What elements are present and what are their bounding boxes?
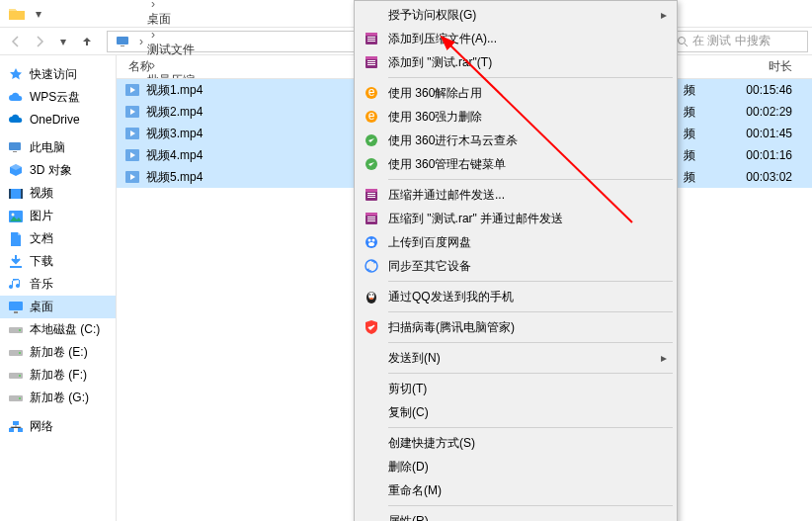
nav-forward-button[interactable] — [28, 30, 51, 53]
sidebar-item[interactable]: 新加卷 (G:) — [0, 387, 116, 409]
sidebar-item[interactable]: 本地磁盘 (C:) — [0, 318, 116, 341]
context-menu-item[interactable]: 添加到压缩文件(A)... — [357, 27, 675, 50]
nav-up-button[interactable] — [75, 30, 99, 53]
nav-recent-button[interactable]: ▾ — [51, 30, 75, 53]
sidebar-item-label: 本地磁盘 (C:) — [30, 321, 100, 338]
cloud-icon — [8, 90, 24, 106]
video-icon — [8, 186, 24, 202]
search-input[interactable]: 在 测试 中搜索 — [670, 31, 808, 52]
menu-separator — [388, 373, 673, 374]
pc-icon — [116, 35, 129, 48]
network-icon — [8, 419, 24, 435]
svg-text:e: e — [368, 85, 375, 99]
file-type-suffix: 频 — [684, 82, 723, 99]
svg-rect-51 — [365, 213, 377, 216]
svg-point-14 — [19, 329, 21, 331]
chevron-right-icon: ▸ — [661, 8, 667, 22]
music-icon — [8, 277, 24, 293]
context-menu-item[interactable]: 发送到(N)▸ — [357, 346, 675, 370]
sidebar-item[interactable]: OneDrive — [0, 109, 116, 130]
menu-item-label: 属性(R) — [388, 513, 429, 522]
column-header-duration[interactable]: 时长 — [723, 58, 812, 75]
360-icon: e — [363, 108, 380, 126]
menu-item-label: 复制(C) — [388, 404, 429, 421]
menu-item-label: 同步至其它设备 — [388, 258, 471, 275]
context-menu: 授予访问权限(G)▸添加到压缩文件(A)...添加到 "测试.rar"(T)e使… — [354, 0, 678, 521]
sidebar-item[interactable]: WPS云盘 — [0, 86, 116, 109]
svg-point-9 — [12, 213, 15, 216]
sidebar-item[interactable]: 新加卷 (F:) — [0, 364, 116, 387]
svg-rect-4 — [13, 151, 17, 152]
menu-separator — [388, 179, 673, 180]
context-menu-item[interactable]: 压缩到 "测试.rar" 并通过邮件发送 — [357, 207, 675, 230]
context-menu-item[interactable]: 剪切(T) — [357, 377, 675, 400]
svg-point-63 — [372, 294, 374, 296]
menu-separator — [388, 342, 673, 343]
context-menu-item[interactable]: 压缩并通过邮件发送... — [357, 183, 675, 207]
menu-item-label: 重命名(M) — [388, 482, 442, 499]
menu-item-label: 压缩到 "测试.rar" 并通过邮件发送 — [388, 211, 563, 227]
context-menu-item[interactable]: 使用 360进行木马云查杀 — [357, 129, 675, 152]
folder-icon — [8, 5, 26, 23]
svg-rect-47 — [367, 193, 375, 194]
menu-item-label: 使用 360管理右键菜单 — [388, 156, 506, 173]
svg-rect-0 — [117, 37, 128, 44]
svg-rect-37 — [367, 62, 375, 63]
svg-rect-36 — [367, 60, 375, 61]
context-menu-item[interactable]: 授予访问权限(G)▸ — [357, 3, 675, 27]
sidebar-item[interactable]: 视频 — [0, 182, 116, 205]
context-menu-item[interactable]: 扫描病毒(腾讯电脑管家) — [357, 315, 675, 339]
sidebar-item-label: OneDrive — [30, 113, 80, 127]
sidebar-item-label: 桌面 — [30, 299, 53, 315]
titlebar-overflow-icon[interactable]: ▾ — [36, 7, 41, 21]
context-menu-item[interactable]: 创建快捷方式(S) — [357, 431, 675, 455]
svg-rect-11 — [9, 302, 23, 310]
breadcrumb-segment[interactable]: 桌面 — [147, 11, 195, 28]
context-menu-item[interactable]: 删除(D) — [357, 455, 675, 478]
context-menu-item[interactable]: 添加到 "测试.rar"(T) — [357, 50, 675, 74]
context-menu-item[interactable]: 通过QQ发送到我的手机 — [357, 285, 675, 308]
context-menu-item[interactable]: e使用 360解除占用 — [357, 81, 675, 105]
svg-rect-48 — [367, 195, 375, 196]
context-menu-item[interactable]: 上传到百度网盘 — [357, 230, 675, 254]
sidebar-item[interactable]: 网络 — [0, 415, 116, 438]
sidebar-item[interactable]: 3D 对象 — [0, 159, 116, 182]
drive-icon — [8, 322, 24, 338]
sidebar-item[interactable]: 下载 — [0, 250, 116, 273]
sidebar-item[interactable]: 音乐 — [0, 273, 116, 296]
sidebar-item-label: 新加卷 (E:) — [30, 344, 88, 361]
shield-icon — [363, 318, 380, 336]
sidebar-item[interactable]: 此电脑 — [0, 136, 116, 159]
qq-icon — [363, 288, 380, 305]
sidebar-item-label: 图片 — [30, 208, 53, 224]
context-menu-item[interactable]: 同步至其它设备 — [357, 254, 675, 278]
video-file-icon — [124, 104, 140, 120]
svg-point-56 — [368, 239, 371, 242]
sidebar-item[interactable]: 新加卷 (E:) — [0, 341, 116, 364]
sidebar-item[interactable]: 桌面 — [0, 296, 116, 318]
drive-icon — [8, 368, 24, 384]
file-duration: 00:03:02 — [723, 170, 812, 184]
svg-rect-10 — [10, 266, 22, 268]
context-menu-item[interactable]: e使用 360强力删除 — [357, 105, 675, 129]
sidebar-item[interactable]: 图片 — [0, 205, 116, 227]
svg-rect-32 — [367, 39, 375, 40]
context-menu-item[interactable]: 复制(C) — [357, 400, 675, 424]
menu-item-label: 上传到百度网盘 — [388, 234, 471, 251]
svg-rect-53 — [367, 218, 375, 219]
menu-item-label: 使用 360强力删除 — [388, 109, 482, 126]
svg-rect-52 — [367, 217, 375, 217]
svg-rect-7 — [21, 189, 23, 199]
context-menu-item[interactable]: 重命名(M) — [357, 478, 675, 502]
svg-rect-49 — [367, 197, 375, 198]
rar-icon — [363, 53, 380, 71]
sidebar-item[interactable]: 快速访问 — [0, 63, 116, 86]
svg-rect-31 — [367, 37, 375, 38]
menu-item-label: 发送到(N) — [388, 350, 441, 367]
nav-back-button[interactable] — [4, 30, 28, 53]
sidebar-item[interactable]: 文档 — [0, 227, 116, 250]
rar-icon — [363, 210, 380, 227]
context-menu-item[interactable]: 使用 360管理右键菜单 — [357, 152, 675, 176]
context-menu-item[interactable]: 属性(R) — [357, 509, 675, 521]
svg-rect-35 — [365, 56, 377, 59]
